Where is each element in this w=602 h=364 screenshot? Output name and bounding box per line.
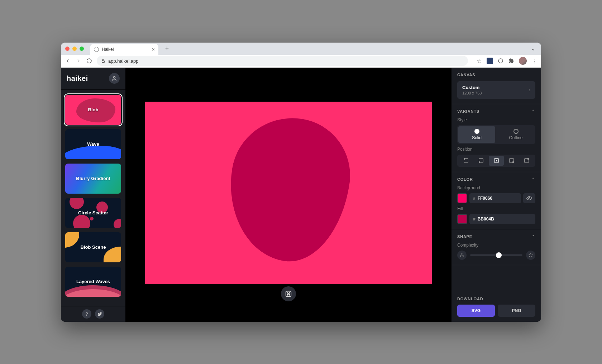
fill-swatch[interactable] [457,214,467,224]
globe-icon [94,47,99,52]
canvas-size-select[interactable]: Custom 1200 x 768 › [457,81,535,99]
svg-point-10 [462,253,462,254]
fill-color-row: # BB004B [457,214,535,224]
section-color: COLOR ⌃ Background # FF0066 Fill [452,172,541,229]
generator-blob-scene[interactable]: Blob Scene [65,232,121,262]
extension-icon[interactable] [487,58,493,64]
section-title[interactable]: SHAPE ⌃ [457,234,535,239]
generator-list: Blob Wave Blurry Gradient Circle Scatter [61,90,125,306]
section-title: DOWNLOAD [457,297,535,301]
svg-point-17 [529,254,530,255]
position-bottom-left[interactable] [473,156,488,166]
svg-point-7 [289,294,290,295]
position-top-right[interactable] [519,156,534,166]
style-outline[interactable]: Outline [497,126,534,143]
generator-blob[interactable]: Blob [65,95,121,125]
bg-hex-input[interactable]: # FF0066 [469,193,521,203]
generator-label: Wave [65,129,121,159]
window-controls [65,47,84,51]
canvas-dimensions: 1200 x 768 [462,91,482,95]
svg-point-13 [530,253,531,254]
generator-label: Circle Scatter [65,198,121,228]
section-title[interactable]: COLOR ⌃ [457,177,535,182]
close-tab-button[interactable]: × [152,46,155,52]
toggle-bg-visibility[interactable] [523,193,535,203]
kebab-menu-icon[interactable]: ⋮ [531,58,538,64]
close-window-button[interactable] [65,47,70,51]
section-shape: SHAPE ⌃ Complexity [452,229,541,265]
tabs-dropdown-icon[interactable]: ⌄ [531,45,535,52]
svg-point-9 [529,198,530,199]
canvas-area [125,68,452,322]
randomize-button[interactable] [279,285,298,303]
account-button[interactable] [109,73,120,84]
generator-layered-waves[interactable]: Layered Waves [65,267,121,297]
browser-window: Haikei × + ⌄ app.haikei.app ☆ ⋮ haikei [61,43,541,322]
back-button[interactable] [64,58,71,64]
forward-button[interactable] [75,58,82,64]
complexity-slider[interactable] [457,251,535,260]
extension-icon-2[interactable] [497,58,504,64]
position-top-left[interactable] [458,156,473,166]
section-title: CANVAS [457,73,535,77]
position-row [457,155,535,167]
complexity-label: Complexity [457,243,535,248]
slider-thumb[interactable] [496,252,502,258]
settings-panel: CANVAS Custom 1200 x 768 › VARIANTS ⌃ St… [452,68,541,322]
help-button[interactable]: ? [82,309,91,319]
svg-point-4 [287,292,288,293]
style-solid[interactable]: Solid [458,126,495,143]
svg-point-8 [288,293,289,294]
svg-point-1 [498,59,503,63]
hash-icon: # [473,196,476,201]
background-label: Background [457,185,535,190]
address-bar: app.haikei.app ☆ ⋮ [61,55,541,68]
blob-shape [220,110,357,268]
toolbar-right: ☆ ⋮ [476,57,538,65]
svg-point-15 [531,256,532,257]
svg-point-11 [460,256,461,256]
svg-point-5 [289,292,290,293]
logo: haikei [67,74,88,83]
background-color-row: # FF0066 [457,193,535,203]
section-download: DOWNLOAD SVG PNG [452,292,541,322]
fill-hex-input[interactable]: # BB004B [469,214,535,224]
profile-avatar[interactable] [519,57,527,65]
style-segment: Solid Outline [457,125,535,144]
tab-title: Haikei [102,47,114,52]
download-row: SVG PNG [457,305,535,317]
generator-label: Layered Waves [65,267,121,297]
download-png-button[interactable]: PNG [498,305,535,317]
position-bottom-right[interactable] [504,156,519,166]
reload-button[interactable] [86,58,92,64]
app-root: haikei Blob Wave Blurry Gradient [61,68,541,322]
generator-wave[interactable]: Wave [65,129,121,159]
bg-swatch[interactable] [457,193,467,203]
chevron-up-icon: ⌃ [532,177,535,182]
twitter-button[interactable] [95,309,104,319]
browser-tab[interactable]: Haikei × [90,44,158,55]
sidebar-footer: ? [61,306,125,322]
lock-icon [101,59,105,63]
generator-circle-scatter[interactable]: Circle Scatter [65,198,121,228]
chevron-up-icon: ⌃ [532,234,535,239]
style-label: Style [457,117,535,122]
url-field[interactable]: app.haikei.app [97,56,468,66]
download-svg-button[interactable]: SVG [457,305,495,317]
chevron-up-icon: ⌃ [532,109,535,114]
position-center[interactable] [489,156,504,166]
new-tab-button[interactable]: + [163,44,171,53]
sidebar-header: haikei [61,68,125,90]
svg-rect-0 [102,61,105,63]
minimize-window-button[interactable] [72,47,77,51]
maximize-window-button[interactable] [80,47,84,51]
complexity-low-icon [457,251,467,260]
complexity-high-icon [526,251,535,260]
chevron-right-icon: › [529,87,530,93]
generator-blurry-gradient[interactable]: Blurry Gradient [65,164,121,194]
canvas [145,102,432,284]
star-icon[interactable]: ☆ [476,58,482,64]
extensions-puzzle-icon[interactable] [508,58,515,64]
slider-track[interactable] [470,254,522,256]
section-title[interactable]: VARIANTS ⌃ [457,109,535,114]
